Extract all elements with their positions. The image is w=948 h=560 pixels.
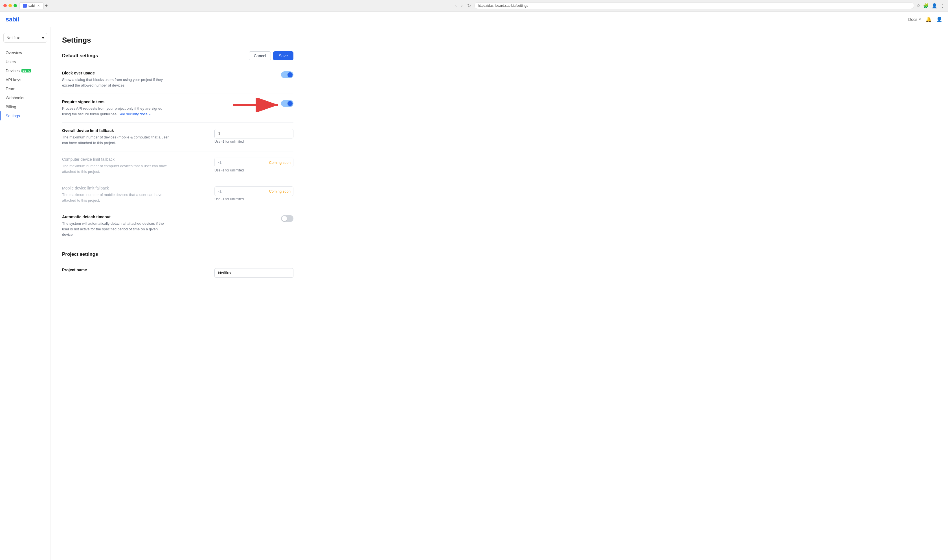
setting-control xyxy=(281,71,293,78)
input-hint: Use -1 for unlimited xyxy=(214,168,293,172)
sidebar-item-devices[interactable]: Devices BETA xyxy=(0,66,51,75)
docs-label: Docs xyxy=(908,17,917,22)
traffic-lights xyxy=(3,4,17,7)
bookmark-icon[interactable]: ☆ xyxy=(916,3,920,8)
sidebar-item-settings[interactable]: Settings xyxy=(0,111,51,120)
sidebar-item-billing[interactable]: Billing xyxy=(0,102,51,111)
external-link-icon: ↗ xyxy=(148,113,151,116)
setting-label: Mobile device limit fallback xyxy=(62,186,169,190)
auto-detach-toggle[interactable] xyxy=(281,215,293,222)
setting-text: Require signed tokens Process API reques… xyxy=(62,100,169,117)
setting-label: Overall device limit fallback xyxy=(62,128,169,133)
input-hint: Use -1 for unlimited xyxy=(214,197,293,201)
setting-control: Coming soon Use -1 for unlimited xyxy=(214,158,293,172)
setting-label: Block over usage xyxy=(62,71,169,75)
extensions-icon[interactable]: 🧩 xyxy=(923,3,929,8)
cancel-button[interactable]: Cancel xyxy=(249,51,271,60)
toggle-slider xyxy=(281,71,293,78)
coming-soon-wrapper: Coming soon xyxy=(214,158,293,167)
browser-chrome: sabil ✕ + ‹ › ↻ https://dashboard.sabil.… xyxy=(0,0,948,12)
setting-text: Computer device limit fallback The maxim… xyxy=(62,157,169,174)
close-button[interactable] xyxy=(3,4,7,7)
nav-controls: ‹ › ↻ xyxy=(454,3,472,9)
sidebar-item-label: Overview xyxy=(6,51,22,55)
main-content: Settings Default settings Cancel Save Bl… xyxy=(51,27,305,560)
project-settings-section: Project settings Project name xyxy=(62,252,293,280)
header-right: Docs ↗ 🔔 👤 xyxy=(908,16,942,23)
setting-text: Project name xyxy=(62,268,87,274)
notification-icon[interactable]: 🔔 xyxy=(925,16,932,23)
project-name-row: Project name xyxy=(62,262,293,280)
new-tab-button[interactable]: + xyxy=(45,3,48,8)
maximize-button[interactable] xyxy=(14,4,17,7)
sidebar: Netlflux ▾ Overview Users Devices BETA A… xyxy=(0,27,51,560)
project-name-label: Project name xyxy=(62,268,87,272)
setting-auto-detach-timeout: Automatic detach timeout The system will… xyxy=(62,209,293,243)
block-over-usage-toggle[interactable] xyxy=(281,71,293,78)
red-arrow-annotation xyxy=(230,98,287,113)
project-name-input[interactable] xyxy=(214,268,293,278)
sidebar-item-label: Team xyxy=(6,86,15,91)
setting-control xyxy=(281,100,293,107)
toggle-slider xyxy=(281,100,293,107)
browser-tab[interactable]: sabil ✕ xyxy=(19,2,43,9)
setting-require-signed-tokens: Require signed tokens Process API reques… xyxy=(62,94,293,123)
refresh-button[interactable]: ↻ xyxy=(466,3,472,9)
setting-mobile-device-limit: Mobile device limit fallback The maximum… xyxy=(62,180,293,209)
app-logo[interactable]: sabil xyxy=(6,16,19,23)
sidebar-item-label: Billing xyxy=(6,105,16,109)
forward-button[interactable]: › xyxy=(460,3,464,9)
sidebar-item-label: API keys xyxy=(6,77,21,82)
setting-computer-device-limit: Computer device limit fallback The maxim… xyxy=(62,151,293,180)
setting-desc: The maximum number of computer devices t… xyxy=(62,163,169,174)
setting-text: Overall device limit fallback The maximu… xyxy=(62,128,169,146)
sidebar-item-label: Webhooks xyxy=(6,95,24,100)
require-signed-tokens-toggle[interactable] xyxy=(281,100,293,107)
mobile-device-limit-input xyxy=(214,186,293,196)
setting-label: Require signed tokens xyxy=(62,100,169,104)
sidebar-nav: Overview Users Devices BETA API keys Tea… xyxy=(0,48,51,120)
external-link-icon: ↗ xyxy=(919,17,921,21)
setting-block-over-usage: Block over usage Show a dialog that bloc… xyxy=(62,65,293,94)
sidebar-item-api-keys[interactable]: API keys xyxy=(0,75,51,84)
security-docs-link[interactable]: See security docs ↗ xyxy=(119,112,152,116)
minimize-button[interactable] xyxy=(8,4,12,7)
docs-link[interactable]: Docs ↗ xyxy=(908,17,921,22)
tab-favicon xyxy=(23,4,27,8)
menu-icon[interactable]: ⋮ xyxy=(940,3,945,8)
input-hint: Use -1 for unlimited xyxy=(214,140,293,143)
chevron-down-icon: ▾ xyxy=(42,35,44,40)
project-name: Netlflux xyxy=(6,35,20,40)
app-body: Netlflux ▾ Overview Users Devices BETA A… xyxy=(0,27,948,560)
computer-device-limit-input xyxy=(214,158,293,167)
save-button[interactable]: Save xyxy=(273,51,293,60)
overall-device-limit-input[interactable] xyxy=(214,129,293,138)
sidebar-item-label: Devices xyxy=(6,69,20,73)
sidebar-item-users[interactable]: Users xyxy=(0,57,51,66)
setting-label: Automatic detach timeout xyxy=(62,215,169,219)
beta-badge: BETA xyxy=(22,69,31,72)
tab-close-icon[interactable]: ✕ xyxy=(37,4,40,8)
project-settings-title: Project settings xyxy=(62,252,293,257)
setting-desc: Process API requests from your project o… xyxy=(62,106,169,117)
browser-nav-icons: ☆ 🧩 👤 ⋮ xyxy=(916,3,945,8)
setting-text: Mobile device limit fallback The maximum… xyxy=(62,186,169,203)
setting-control xyxy=(214,268,293,278)
page-title: Settings xyxy=(62,36,293,45)
tab-title: sabil xyxy=(28,4,35,8)
setting-control: Coming soon Use -1 for unlimited xyxy=(214,186,293,201)
sidebar-item-team[interactable]: Team xyxy=(0,84,51,93)
setting-label: Computer device limit fallback xyxy=(62,157,169,162)
sidebar-item-webhooks[interactable]: Webhooks xyxy=(0,93,51,102)
back-button[interactable]: ‹ xyxy=(454,3,458,9)
profile-icon[interactable]: 👤 xyxy=(932,3,937,8)
section-header-bar: Default settings Cancel Save xyxy=(62,51,293,65)
setting-desc: The maximum number of devices (mobile & … xyxy=(62,134,169,146)
address-bar[interactable]: https://dashboard.sabil.io/settings xyxy=(474,2,914,9)
sidebar-item-overview[interactable]: Overview xyxy=(0,48,51,57)
project-selector[interactable]: Netlflux ▾ xyxy=(3,33,47,43)
sidebar-item-label: Users xyxy=(6,60,16,64)
user-avatar-icon[interactable]: 👤 xyxy=(936,16,942,23)
setting-desc: The maximum number of mobile devices tha… xyxy=(62,192,169,203)
setting-overall-device-limit: Overall device limit fallback The maximu… xyxy=(62,123,293,151)
